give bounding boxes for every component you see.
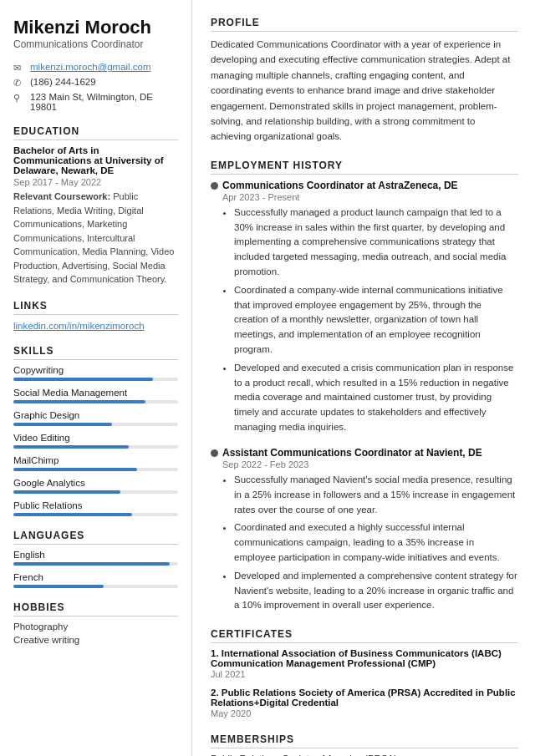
- job-bullet: Developed and implemented a comprehensiv…: [234, 569, 518, 613]
- cert-date: May 2020: [211, 708, 518, 718]
- skill-bar-bg: [13, 490, 178, 494]
- job-bullet: Coordinated and executed a highly succes…: [234, 520, 518, 565]
- job-title: Communications Coordinator at AstraZenec…: [222, 180, 518, 191]
- linkedin-link[interactable]: linkedin.com/in/mikenzimoroch: [13, 321, 145, 331]
- left-column: Mikenzi Moroch Communications Coordinato…: [0, 0, 192, 756]
- skill-bar-bg: [13, 513, 178, 516]
- resume-container: Mikenzi Moroch Communications Coordinato…: [0, 0, 535, 756]
- phone-item: ✆ (186) 244-1629: [13, 77, 178, 89]
- languages-section-title: LANGUAGES: [13, 530, 178, 545]
- skill-bar-bg: [13, 468, 178, 471]
- candidate-name: Mikenzi Moroch: [13, 17, 178, 38]
- skill-bar-bg: [13, 445, 178, 449]
- skill-bar-fill: [13, 445, 129, 449]
- skill-bar-fill: [13, 378, 153, 381]
- skill-item: Video Editing: [13, 433, 178, 449]
- language-item: French: [13, 572, 178, 588]
- job-title: Assistant Communications Coordinator at …: [222, 447, 518, 459]
- job-dates: Apr 2023 - Present: [222, 192, 518, 202]
- address-text: 123 Main St, Wilmington, DE 19801: [30, 92, 178, 112]
- skills-list: Copywriting Social Media Management Grap…: [13, 365, 178, 516]
- cert-title: 1. International Association of Business…: [211, 648, 518, 668]
- skill-item: Copywriting: [13, 365, 178, 381]
- skill-label: Copywriting: [13, 365, 178, 375]
- hobby-item: Photography: [13, 622, 178, 632]
- candidate-title: Communications Coordinator: [13, 38, 178, 50]
- job-bullets: Successfully managed Navient's social me…: [222, 473, 518, 613]
- education-degree: Bachelor of Arts in Communications at Un…: [13, 145, 178, 175]
- education-section-title: EDUCATION: [13, 125, 178, 140]
- employment-section: EMPLOYMENT HISTORY Communications Coordi…: [211, 160, 518, 614]
- contact-block: ✉ mikenzi.moroch@gmail.com ✆ (186) 244-1…: [13, 62, 178, 112]
- skill-bar-bg: [13, 423, 178, 426]
- language-item: English: [13, 550, 178, 566]
- language-bar-fill: [13, 585, 104, 588]
- hobbies-list: PhotographyCreative writing: [13, 622, 178, 645]
- education-coursework: Relevant Coursework: Public Relations, M…: [13, 190, 178, 287]
- phone-text: (186) 244-1629: [30, 77, 96, 87]
- job-dates: Sep 2022 - Feb 2023: [222, 459, 518, 469]
- skill-item: MailChimp: [13, 455, 178, 471]
- skill-label: Social Media Management: [13, 388, 178, 398]
- cert-date: Jul 2021: [211, 669, 518, 679]
- languages-list: English French: [13, 550, 178, 588]
- profile-text: Dedicated Communications Coordinator wit…: [211, 37, 518, 145]
- profile-section-title: PROFILE: [211, 17, 518, 32]
- phone-icon: ✆: [13, 78, 25, 89]
- skill-bar-fill: [13, 513, 132, 516]
- skill-item: Public Relations: [13, 500, 178, 516]
- job-bullet: Developed and executed a crisis communic…: [234, 361, 518, 435]
- skill-bar-fill: [13, 468, 137, 471]
- cert-block: 2. Public Relations Society of America (…: [211, 688, 518, 718]
- skill-item: Google Analytics: [13, 478, 178, 494]
- job-bullet: Successfully managed Navient's social me…: [234, 473, 518, 517]
- language-label: French: [13, 572, 178, 582]
- job-bullet: Coordinated a company-wide internal comm…: [234, 283, 518, 358]
- email-icon: ✉: [13, 63, 25, 74]
- skill-item: Graphic Design: [13, 410, 178, 426]
- skill-bar-bg: [13, 400, 178, 403]
- hobbies-section-title: HOBBIES: [13, 601, 178, 616]
- hobby-item: Creative writing: [13, 635, 178, 645]
- skill-label: Public Relations: [13, 500, 178, 510]
- skill-bar-fill: [13, 400, 145, 403]
- skill-label: Video Editing: [13, 433, 178, 443]
- right-column: PROFILE Dedicated Communications Coordin…: [192, 0, 535, 756]
- jobs-list: Communications Coordinator at AstraZenec…: [211, 180, 518, 614]
- memberships-section: MEMBERSHIPS Public Relations Society of …: [211, 733, 518, 756]
- job-dot: [211, 449, 218, 457]
- skill-bar-bg: [13, 378, 178, 381]
- memberships-section-title: MEMBERSHIPS: [211, 733, 518, 748]
- certificates-section-title: CERTIFICATES: [211, 628, 518, 643]
- employment-section-title: EMPLOYMENT HISTORY: [211, 160, 518, 175]
- language-bar-bg: [13, 585, 178, 588]
- language-bar-fill: [13, 562, 170, 566]
- skill-label: MailChimp: [13, 455, 178, 465]
- links-section-title: LINKS: [13, 300, 178, 315]
- certs-list: 1. International Association of Business…: [211, 648, 518, 718]
- coursework-label: Relevant Coursework:: [13, 191, 110, 201]
- cert-block: 1. International Association of Business…: [211, 648, 518, 679]
- email-link[interactable]: mikenzi.moroch@gmail.com: [30, 62, 151, 72]
- skill-bar-fill: [13, 423, 112, 426]
- job-block: Communications Coordinator at AstraZenec…: [211, 180, 518, 435]
- address-item: ⚲ 123 Main St, Wilmington, DE 19801: [13, 92, 178, 112]
- skill-bar-fill: [13, 490, 120, 494]
- profile-section: PROFILE Dedicated Communications Coordin…: [211, 17, 518, 145]
- job-block: Assistant Communications Coordinator at …: [211, 447, 518, 613]
- job-bullets: Successfully managed a product launch ca…: [222, 205, 518, 435]
- job-dot: [211, 182, 218, 190]
- language-bar-bg: [13, 562, 178, 566]
- education-dates: Sep 2017 - May 2022: [13, 177, 178, 187]
- skill-label: Google Analytics: [13, 478, 178, 488]
- email-item: ✉ mikenzi.moroch@gmail.com: [13, 62, 178, 74]
- coursework-text: Public Relations, Media Writing, Digital…: [13, 191, 174, 284]
- certificates-section: CERTIFICATES 1. International Associatio…: [211, 628, 518, 718]
- linkedin-link-item: linkedin.com/in/mikenzimoroch: [13, 320, 178, 332]
- skills-section-title: SKILLS: [13, 345, 178, 360]
- skill-label: Graphic Design: [13, 410, 178, 420]
- language-label: English: [13, 550, 178, 560]
- skill-item: Social Media Management: [13, 388, 178, 403]
- job-bullet: Successfully managed a product launch ca…: [234, 205, 518, 280]
- location-icon: ⚲: [13, 93, 25, 104]
